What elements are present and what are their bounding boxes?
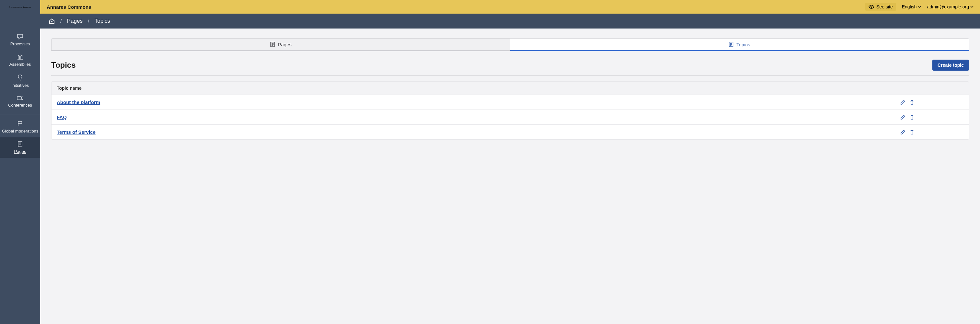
page-list-icon [270,42,275,47]
delete-button[interactable] [909,115,915,120]
language-label: English [902,4,917,10]
sidebar-item-conferences[interactable]: Conferences [0,92,40,111]
sidebar-item-global-moderations[interactable]: Global moderations [0,117,40,137]
tabs: Pages Topics [51,38,969,51]
user-email: admin@example.org [927,4,969,10]
chat-icon [17,34,23,40]
breadcrumb-item[interactable]: Pages [67,18,83,24]
breadcrumb: / Pages / Topics [40,14,980,29]
edit-button[interactable] [900,100,905,105]
delete-button[interactable] [909,100,915,105]
eye-icon [869,5,874,9]
edit-button[interactable] [900,130,905,135]
content: Pages Topics Topics Create topic Topic n… [40,29,980,324]
svg-point-9 [871,6,872,8]
svg-rect-7 [17,97,21,100]
pencil-icon [900,130,905,135]
svg-point-10 [51,21,52,22]
table-row: FAQ [51,110,969,124]
video-icon [17,95,23,101]
breadcrumb-item[interactable]: Topics [95,18,110,24]
topic-link[interactable]: Terms of Service [57,129,95,135]
see-site-button[interactable]: See site [865,3,896,11]
trash-icon [909,115,915,120]
site-name: Annares Commons [47,4,91,10]
topic-link[interactable]: FAQ [57,114,67,120]
tab-pages[interactable]: Pages [51,38,510,51]
sidebar-item-initiatives[interactable]: Initiatives [0,71,40,92]
sidebar-item-processes[interactable]: Processes [0,30,40,50]
crumb-separator: / [88,18,89,24]
table-header: Topic name [51,81,969,95]
chevron-down-icon [970,6,974,8]
sidebar-item-assemblies[interactable]: Assemblies [0,50,40,71]
column-topic-name: Topic name [51,82,846,95]
tab-label: Pages [278,42,292,47]
table-body: About the platform FAQ [51,95,969,140]
sidebar-item-label: Initiatives [11,83,29,88]
pencil-icon [900,100,905,105]
nav-group-primary: Processes Assemblies Initiatives Confere… [0,14,40,111]
logo[interactable]: decidim Free open-source democracy [0,0,40,14]
svg-rect-8 [18,141,22,147]
topbar: Annares Commons See site English admin@e… [40,0,980,14]
sidebar-item-label: Processes [10,41,30,46]
table-row: About the platform [51,95,969,110]
language-switcher[interactable]: English [902,4,921,10]
sidebar-item-label: Assemblies [10,62,31,67]
tab-topics[interactable]: Topics [510,38,969,51]
topbar-right: See site English admin@example.org [865,3,974,11]
tab-label: Topics [736,42,750,47]
page-list-icon [729,42,734,47]
sidebar: decidim Free open-source democracy Proce… [0,0,40,324]
see-site-label: See site [876,4,893,10]
topic-link[interactable]: About the platform [57,100,100,105]
sidebar-item-label: Global moderations [2,129,38,133]
chevron-down-icon [918,6,921,8]
page-title: Topics [51,60,76,70]
page-header: Topics Create topic [51,60,969,76]
nav-group-secondary: Global moderations Pages [0,114,40,158]
lightbulb-icon [17,75,23,81]
home-icon [49,18,55,24]
edit-button[interactable] [900,115,905,120]
crumb-separator: / [60,18,62,24]
main: Annares Commons See site English admin@e… [40,0,980,324]
trash-icon [909,100,915,105]
trash-icon [909,130,915,135]
delete-button[interactable] [909,130,915,135]
sidebar-item-label: Pages [14,149,26,154]
building-icon [17,54,23,60]
breadcrumb-home[interactable] [49,18,55,24]
svg-point-4 [19,36,19,36]
table-row: Terms of Service [51,124,969,139]
sidebar-item-pages[interactable]: Pages [0,137,40,158]
svg-point-5 [20,36,20,36]
page-icon [18,141,23,147]
pencil-icon [900,115,905,120]
sidebar-item-label: Conferences [8,103,32,108]
column-actions [846,82,969,95]
logo-tagline: Free open-source democracy [9,6,31,8]
create-topic-button[interactable]: Create topic [932,60,969,71]
flag-icon [17,121,23,127]
user-menu[interactable]: admin@example.org [927,4,974,10]
